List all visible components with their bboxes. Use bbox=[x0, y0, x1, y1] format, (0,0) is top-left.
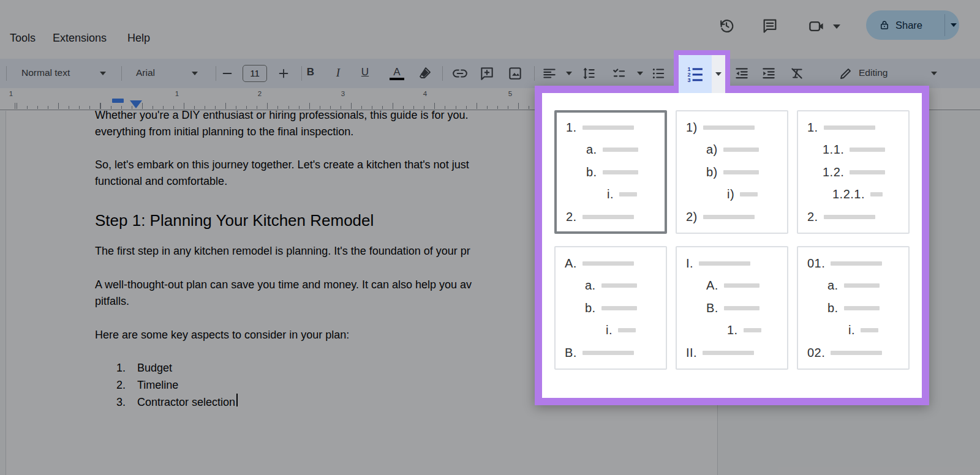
list-marker: i. bbox=[607, 187, 614, 201]
list-marker: i. bbox=[848, 323, 855, 337]
text-placeholder-bar bbox=[724, 283, 760, 288]
text-placeholder-bar bbox=[582, 215, 634, 219]
list-marker: b. bbox=[585, 301, 596, 315]
list-marker: 2. bbox=[566, 210, 577, 224]
list-marker: 1. bbox=[566, 121, 577, 135]
list-marker: A. bbox=[706, 279, 718, 293]
text-placeholder-bar bbox=[850, 170, 885, 174]
list-style-option-multilevel-decimal[interactable]: 1. 1.1. 1.2. 1.2.1. 2. bbox=[797, 110, 910, 234]
text-placeholder-bar bbox=[723, 170, 759, 174]
text-placeholder-bar bbox=[844, 283, 880, 288]
text-placeholder-bar bbox=[824, 125, 875, 130]
google-docs-window: Tools Extensions Help bbox=[0, 0, 980, 475]
text-placeholder-bar bbox=[601, 306, 637, 310]
list-style-option-upper-roman[interactable]: I. A. B. 1. II. bbox=[676, 246, 788, 370]
list-style-option-upper-alpha[interactable]: A. a. b. i. B. bbox=[554, 246, 667, 370]
text-placeholder-bar bbox=[601, 283, 637, 288]
numbered-list-button[interactable]: 1 2 3 bbox=[679, 55, 712, 93]
text-placeholder-bar bbox=[723, 148, 759, 152]
list-marker: b. bbox=[827, 301, 839, 315]
text-placeholder-bar bbox=[703, 215, 755, 219]
text-placeholder-bar bbox=[824, 215, 875, 219]
text-placeholder-bar bbox=[699, 261, 750, 266]
text-placeholder-bar bbox=[831, 351, 882, 355]
numbered-list-button-callout: 1 2 3 bbox=[674, 50, 730, 93]
text-placeholder-bar bbox=[831, 261, 882, 266]
text-placeholder-bar bbox=[744, 328, 761, 332]
text-placeholder-bar bbox=[850, 148, 885, 152]
text-placeholder-bar bbox=[603, 148, 638, 152]
numbered-list-icon: 1 2 3 bbox=[686, 65, 704, 83]
list-marker: i. bbox=[606, 323, 612, 337]
list-marker: 1. bbox=[727, 323, 738, 337]
list-marker: B. bbox=[565, 346, 577, 360]
list-style-grid: 1. a. b. i. 2. 1) a) b) i) 2) 1. 1.1. 1.… bbox=[554, 110, 910, 370]
text-placeholder-bar bbox=[582, 351, 634, 355]
list-marker: b) bbox=[706, 165, 718, 179]
list-style-option-decimal-alpha-roman[interactable]: 1. a. b. i. 2. bbox=[554, 110, 667, 234]
text-placeholder-bar bbox=[582, 125, 634, 130]
list-marker: 01. bbox=[807, 256, 825, 271]
list-marker: 1.2.1. bbox=[832, 187, 865, 201]
text-placeholder-bar bbox=[703, 125, 755, 130]
list-marker: 1.2. bbox=[823, 165, 844, 179]
text-placeholder-bar bbox=[618, 328, 636, 332]
list-marker: 2. bbox=[807, 210, 818, 224]
list-marker: 1. bbox=[807, 121, 818, 135]
text-placeholder-bar bbox=[703, 351, 754, 355]
list-marker: 02. bbox=[807, 346, 825, 360]
list-marker: a) bbox=[706, 143, 718, 157]
text-placeholder-bar bbox=[861, 328, 878, 332]
numbered-list-caret-icon bbox=[715, 72, 722, 76]
svg-text:3: 3 bbox=[688, 77, 691, 83]
list-marker: II. bbox=[686, 346, 697, 360]
text-placeholder-bar bbox=[870, 192, 883, 196]
text-placeholder-bar bbox=[603, 170, 638, 174]
numbered-list-dropdown-button[interactable] bbox=[712, 55, 725, 93]
list-marker: I. bbox=[686, 256, 693, 271]
list-style-option-leading-zero[interactable]: 01. a. b. i. 02. bbox=[797, 246, 910, 370]
list-style-option-paren-decimal-alpha[interactable]: 1) a) b) i) 2) bbox=[676, 110, 788, 234]
list-marker: a. bbox=[585, 279, 596, 293]
numbered-list-styles-panel: 1. a. b. i. 2. 1) a) b) i) 2) 1. 1.1. 1.… bbox=[535, 86, 929, 405]
list-marker: 1) bbox=[686, 121, 698, 135]
list-marker: B. bbox=[706, 301, 718, 315]
text-placeholder-bar bbox=[582, 261, 634, 266]
text-placeholder-bar bbox=[724, 306, 760, 310]
list-marker: 1.1. bbox=[823, 143, 844, 157]
list-marker: 2) bbox=[686, 210, 698, 224]
list-marker: a. bbox=[827, 279, 839, 293]
text-placeholder-bar bbox=[619, 192, 637, 196]
text-placeholder-bar bbox=[844, 306, 880, 310]
list-marker: b. bbox=[586, 165, 597, 179]
list-marker: A. bbox=[565, 256, 577, 271]
text-placeholder-bar bbox=[740, 192, 758, 196]
list-marker: a. bbox=[586, 143, 597, 157]
list-marker: i) bbox=[727, 187, 734, 201]
